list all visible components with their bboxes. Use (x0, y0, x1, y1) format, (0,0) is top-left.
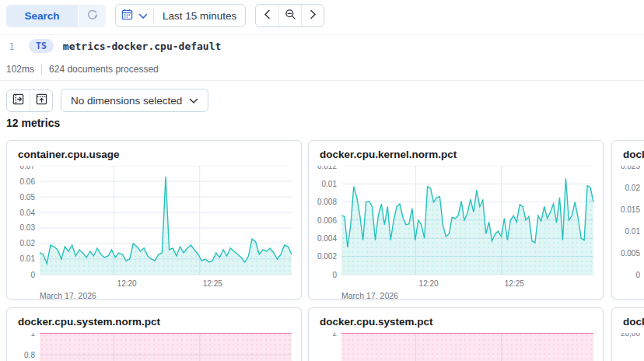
query-text: metrics-docker.cpu-default (63, 40, 222, 52)
svg-text:12:25: 12:25 (203, 279, 222, 288)
svg-text:0: 0 (332, 271, 337, 279)
metric-card-title: docke (623, 316, 644, 328)
status-divider-line (0, 80, 644, 81)
datepicker-quick-select-button[interactable] (116, 5, 153, 26)
metric-card: docke 0.0250.020.0150.010.0050 (611, 140, 644, 300)
controls-row: No dimensions selected (6, 89, 208, 112)
svg-text:12:20: 12:20 (419, 279, 439, 288)
metric-card-title: docke (623, 149, 644, 160)
time-range-picker: Last 15 minutes (115, 4, 246, 27)
svg-text:0: 0 (30, 271, 35, 279)
zoom-out-time-button[interactable] (278, 5, 301, 26)
svg-text:0.015: 0.015 (621, 205, 640, 214)
svg-text:0.025: 0.025 (621, 166, 640, 170)
time-nav-group (255, 4, 324, 27)
query-editor[interactable]: 1 TS metrics-docker.cpu-default (6, 38, 221, 54)
chevron-right-icon (310, 9, 317, 22)
svg-text:0.02: 0.02 (625, 184, 641, 192)
toolbar-divider (0, 34, 644, 35)
svg-text:March 17, 2026: March 17, 2026 (40, 291, 96, 299)
refresh-button[interactable] (79, 5, 106, 27)
svg-text:0.01: 0.01 (20, 254, 36, 263)
divider (41, 64, 42, 75)
toolbar: Search (6, 4, 324, 27)
svg-text:0.002: 0.002 (317, 252, 337, 261)
svg-text:20,00: 20,00 (621, 333, 640, 338)
svg-text:12:25: 12:25 (505, 279, 524, 288)
metric-card: docker.cpu.system.pct 2 (308, 307, 604, 361)
svg-text:0.01: 0.01 (322, 180, 338, 188)
svg-text:0.06: 0.06 (20, 177, 36, 186)
search-split-button: Search (6, 5, 106, 27)
svg-text:0.03: 0.03 (20, 223, 36, 232)
line-number: 1 (6, 40, 17, 52)
dimensions-dropdown[interactable]: No dimensions selected (61, 89, 208, 112)
zoom-out-icon (285, 9, 296, 23)
documents-processed: 624 documents processed (49, 64, 159, 75)
next-time-window-button[interactable] (301, 5, 324, 26)
panel-right-icon (12, 93, 24, 107)
chevron-down-icon (189, 95, 198, 107)
metric-chart[interactable]: 20,00 (612, 333, 644, 361)
svg-text:0.005: 0.005 (621, 249, 640, 258)
open-side-panel-button[interactable] (7, 90, 30, 111)
metrics-count-heading: 12 metrics (6, 117, 60, 129)
svg-text:0.004: 0.004 (317, 234, 337, 243)
metric-card: docker.cpu.kernel.norm.pct 0.0120.010.00… (308, 140, 604, 300)
svg-text:0.01: 0.01 (625, 227, 641, 236)
metric-card-title: docker.cpu.system.norm.pct (18, 316, 160, 328)
svg-text:0.012: 0.012 (317, 166, 337, 170)
query-status-bar: 102ms 624 documents processed (6, 64, 159, 75)
svg-text:0.07: 0.07 (20, 166, 36, 170)
svg-text:0.05: 0.05 (20, 193, 36, 202)
svg-text:12:20: 12:20 (117, 279, 137, 288)
svg-text:0.8: 0.8 (24, 351, 35, 359)
time-range-label[interactable]: Last 15 minutes (154, 10, 245, 22)
query-language-badge: TS (29, 39, 54, 53)
metric-chart[interactable]: 0.070.060.050.040.030.020.01012:2012:25M… (7, 166, 301, 299)
dimensions-dropdown-label: No dimensions selected (71, 95, 182, 107)
metric-card: docker.cpu.system.norm.pct 10.8 (6, 307, 302, 361)
open-top-panel-button[interactable] (30, 90, 52, 111)
svg-text:2: 2 (332, 333, 337, 338)
svg-text:0: 0 (635, 271, 640, 279)
svg-text:0.04: 0.04 (20, 209, 36, 217)
metric-chart[interactable]: 10.8 (7, 333, 301, 361)
metric-card-title: container.cpu.usage (18, 149, 120, 160)
panel-toggle-group (6, 89, 53, 112)
svg-text:0.02: 0.02 (20, 239, 36, 247)
query-duration: 102ms (6, 64, 34, 75)
metric-chart[interactable]: 2 (309, 333, 603, 361)
calendar-icon (121, 9, 133, 23)
metric-chart[interactable]: 0.0120.010.0080.0060.0040.002012:2012:25… (309, 166, 603, 299)
metric-card-title: docker.cpu.kernel.norm.pct (320, 149, 457, 160)
chevron-left-icon (264, 9, 271, 22)
metric-card: docke 20,00 (611, 307, 644, 361)
metric-card-title: docker.cpu.system.pct (320, 316, 433, 328)
svg-text:0.006: 0.006 (317, 216, 337, 225)
panel-up-icon (36, 93, 47, 107)
chevron-down-icon (138, 9, 148, 23)
metric-card: container.cpu.usage 0.070.060.050.040.03… (6, 140, 302, 300)
refresh-icon (86, 9, 99, 23)
svg-text:March 17, 2026: March 17, 2026 (341, 291, 398, 299)
svg-text:1: 1 (30, 333, 35, 338)
search-button[interactable]: Search (6, 5, 78, 27)
metric-chart[interactable]: 0.0250.020.0150.010.0050 (612, 166, 644, 299)
previous-time-window-button[interactable] (256, 5, 278, 26)
svg-text:0.008: 0.008 (317, 198, 337, 206)
